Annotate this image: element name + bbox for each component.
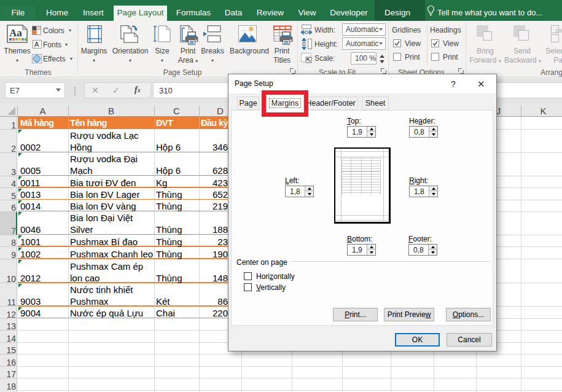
svg-text:Aa: Aa [9, 27, 22, 39]
svg-text:A: A [34, 41, 39, 48]
